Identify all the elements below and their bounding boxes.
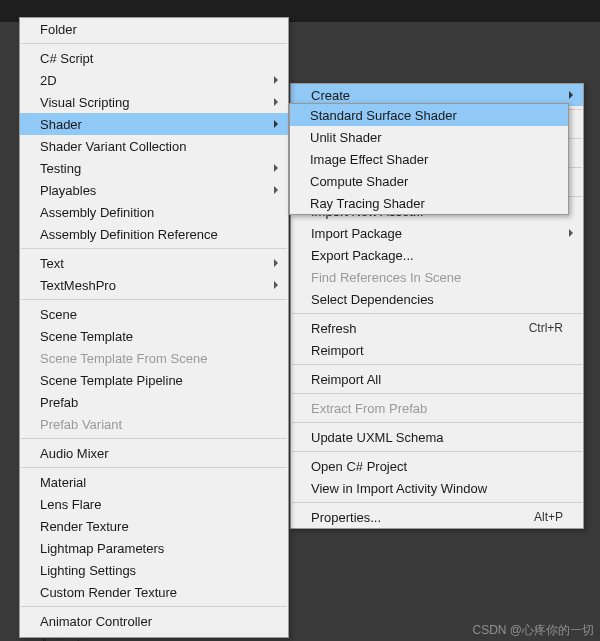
menu-item-render-texture[interactable]: Render Texture [20, 515, 288, 537]
menu-item-export-package[interactable]: Export Package... [291, 244, 583, 266]
menu-item-label: Reimport All [311, 372, 381, 387]
menu-item-shortcut: Alt+P [534, 510, 563, 524]
menu-item-extract-from-prefab: Extract From Prefab [291, 397, 583, 419]
menu-separator [292, 422, 582, 423]
menu-item-import-package[interactable]: Import Package [291, 222, 583, 244]
shader-submenu: Standard Surface ShaderUnlit ShaderImage… [289, 103, 569, 215]
menu-item-compute-shader[interactable]: Compute Shader [290, 170, 568, 192]
menu-separator [292, 451, 582, 452]
menu-item-label: Lightmap Parameters [40, 541, 164, 556]
menu-item-label: Lens Flare [40, 497, 101, 512]
menu-item-testing[interactable]: Testing [20, 157, 288, 179]
create-submenu: FolderC# Script2DVisual ScriptingShaderS… [19, 17, 289, 638]
menu-item-text[interactable]: Text [20, 252, 288, 274]
menu-item-label: Audio Mixer [40, 446, 109, 461]
menu-item-reimport-all[interactable]: Reimport All [291, 368, 583, 390]
menu-item-label: Import Package [311, 226, 402, 241]
menu-item-label: Ray Tracing Shader [310, 196, 425, 211]
menu-item-label: View in Import Activity Window [311, 481, 487, 496]
menu-item-label: Compute Shader [310, 174, 408, 189]
menu-item-textmeshpro[interactable]: TextMeshPro [20, 274, 288, 296]
menu-item-label: Properties... [311, 510, 381, 525]
menu-item-label: Find References In Scene [311, 270, 461, 285]
menu-item-unlit-shader[interactable]: Unlit Shader [290, 126, 568, 148]
menu-item-label: Animator Controller [40, 614, 152, 629]
menu-item-animator-controller[interactable]: Animator Controller [20, 610, 288, 632]
menu-item-open-csharp-project[interactable]: Open C# Project [291, 455, 583, 477]
menu-item-ray-tracing-shader[interactable]: Ray Tracing Shader [290, 192, 568, 214]
menu-item-standard-surface-shader[interactable]: Standard Surface Shader [290, 104, 568, 126]
menu-item-label: Scene [40, 307, 77, 322]
menu-item-shader-variant-collection[interactable]: Shader Variant Collection [20, 135, 288, 157]
menu-item-label: Scene Template [40, 329, 133, 344]
menu-item-scene-template-pipeline[interactable]: Scene Template Pipeline [20, 369, 288, 391]
menu-item-refresh[interactable]: RefreshCtrl+R [291, 317, 583, 339]
menu-item-animation[interactable]: Animation [20, 632, 288, 641]
menu-separator [292, 313, 582, 314]
menu-item-audio-mixer[interactable]: Audio Mixer [20, 442, 288, 464]
menu-item-label: Text [40, 256, 64, 271]
menu-item-label: Scene Template From Scene [40, 351, 207, 366]
menu-item-shortcut: Ctrl+R [529, 321, 563, 335]
menu-item-label: Folder [40, 22, 77, 37]
menu-item-select-dependencies[interactable]: Select Dependencies [291, 288, 583, 310]
menu-item-label: Reimport [311, 343, 364, 358]
menu-item-label: Update UXML Schema [311, 430, 443, 445]
menu-item-label: Unlit Shader [310, 130, 382, 145]
menu-separator [21, 467, 287, 468]
menu-item-label: Animation [40, 636, 98, 642]
menu-item-shader[interactable]: Shader [20, 113, 288, 135]
menu-item-properties[interactable]: Properties...Alt+P [291, 506, 583, 528]
menu-item-label: Refresh [311, 321, 357, 336]
menu-item-label: Playables [40, 183, 96, 198]
menu-item-image-effect-shader[interactable]: Image Effect Shader [290, 148, 568, 170]
menu-item-label: Standard Surface Shader [310, 108, 457, 123]
menu-item-view-in-import-activity-window[interactable]: View in Import Activity Window [291, 477, 583, 499]
menu-separator [21, 606, 287, 607]
menu-item-update-uxml-schema[interactable]: Update UXML Schema [291, 426, 583, 448]
menu-item-label: Image Effect Shader [310, 152, 428, 167]
menu-item-label: Custom Render Texture [40, 585, 177, 600]
menu-item-label: TextMeshPro [40, 278, 116, 293]
menu-item-csharp-script[interactable]: C# Script [20, 47, 288, 69]
menu-item-scene-template-from-scene: Scene Template From Scene [20, 347, 288, 369]
menu-separator [292, 393, 582, 394]
menu-item-lightmap-parameters[interactable]: Lightmap Parameters [20, 537, 288, 559]
menu-separator [21, 438, 287, 439]
menu-item-label: Assembly Definition [40, 205, 154, 220]
menu-item-find-references-in-scene: Find References In Scene [291, 266, 583, 288]
menu-item-material[interactable]: Material [20, 471, 288, 493]
menu-item-prefab[interactable]: Prefab [20, 391, 288, 413]
menu-item-assembly-definition-reference[interactable]: Assembly Definition Reference [20, 223, 288, 245]
menu-item-prefab-variant: Prefab Variant [20, 413, 288, 435]
menu-item-label: Prefab Variant [40, 417, 122, 432]
menu-item-label: Lighting Settings [40, 563, 136, 578]
menu-item-lighting-settings[interactable]: Lighting Settings [20, 559, 288, 581]
menu-item-folder[interactable]: Folder [20, 18, 288, 40]
menu-item-label: Shader Variant Collection [40, 139, 186, 154]
menu-separator [292, 364, 582, 365]
menu-item-label: Open C# Project [311, 459, 407, 474]
menu-item-label: Scene Template Pipeline [40, 373, 183, 388]
menu-item-label: 2D [40, 73, 57, 88]
menu-separator [21, 299, 287, 300]
menu-item-assembly-definition[interactable]: Assembly Definition [20, 201, 288, 223]
menu-item-label: Testing [40, 161, 81, 176]
menu-item-label: Material [40, 475, 86, 490]
watermark: CSDN @心疼你的一切 [472, 622, 594, 639]
menu-item-lens-flare[interactable]: Lens Flare [20, 493, 288, 515]
menu-item-scene[interactable]: Scene [20, 303, 288, 325]
menu-item-playables[interactable]: Playables [20, 179, 288, 201]
menu-item-label: Assembly Definition Reference [40, 227, 218, 242]
menu-separator [21, 248, 287, 249]
menu-item-label: Select Dependencies [311, 292, 434, 307]
menu-item-label: Visual Scripting [40, 95, 129, 110]
menu-item-label: Render Texture [40, 519, 129, 534]
menu-item-scene-template[interactable]: Scene Template [20, 325, 288, 347]
menu-item-custom-render-texture[interactable]: Custom Render Texture [20, 581, 288, 603]
menu-item-label: Extract From Prefab [311, 401, 427, 416]
menu-item-reimport[interactable]: Reimport [291, 339, 583, 361]
menu-item-visual-scripting[interactable]: Visual Scripting [20, 91, 288, 113]
menu-item-2d[interactable]: 2D [20, 69, 288, 91]
menu-item-label: C# Script [40, 51, 93, 66]
